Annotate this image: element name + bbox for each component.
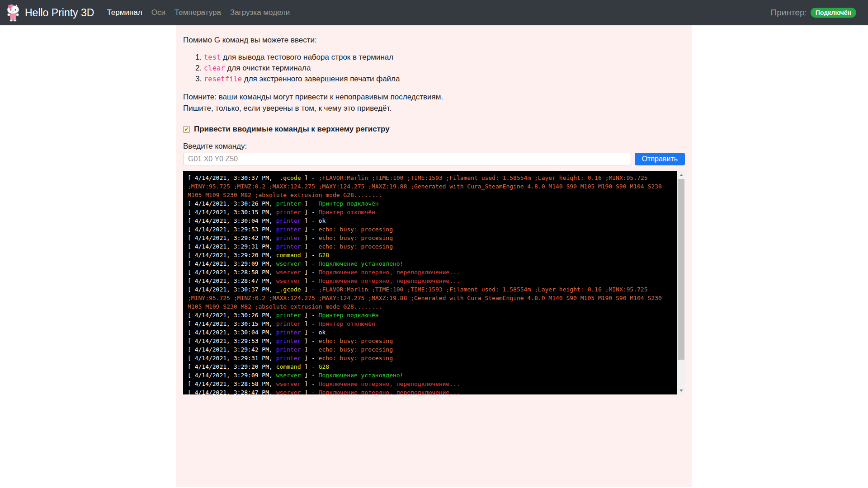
- terminal-line: [ 4/14/2021, 3:30:26 PM, printer ] - При…: [188, 311, 673, 319]
- uppercase-checkbox-row: ✓ Привести вводимые команды к верхнему р…: [183, 125, 685, 134]
- terminal-line: [ 4/14/2021, 3:29:53 PM, printer ] - ech…: [188, 337, 673, 345]
- terminal-line: [ 4/14/2021, 3:29:31 PM, printer ] - ech…: [188, 242, 673, 251]
- terminal-line: [ 4/14/2021, 3:28:47 PM, wserver ] - Под…: [188, 388, 673, 394]
- hello-kitty-icon: [5, 4, 21, 22]
- terminal-log[interactable]: [ 4/14/2021, 3:30:37 PM, _.gcode ] - ;FL…: [183, 171, 677, 394]
- command-form: Отправить: [183, 153, 685, 165]
- uppercase-checkbox-label[interactable]: Привести вводимые команды к верхнему рег…: [194, 125, 390, 134]
- uppercase-checkbox[interactable]: ✓: [183, 126, 190, 133]
- terminal: [ 4/14/2021, 3:30:37 PM, _.gcode ] - ;FL…: [183, 171, 685, 394]
- send-button[interactable]: Отправить: [635, 153, 685, 165]
- command-input-label: Введите команду:: [183, 142, 685, 151]
- printer-status-badge: Подключён: [811, 8, 856, 18]
- warning-line-2: Пишите, только, если уверены в том, к че…: [183, 103, 685, 114]
- printer-status-label: Принтер:: [771, 8, 807, 18]
- terminal-scrollbar[interactable]: [677, 171, 685, 394]
- brand-title: Hello Printy 3D: [25, 7, 94, 19]
- command-input[interactable]: [183, 153, 631, 165]
- nav-links: ТерминалОсиТемператураЗагрузка модели: [102, 5, 294, 21]
- terminal-line: [ 4/14/2021, 3:29:42 PM, printer ] - ech…: [188, 345, 673, 354]
- brand-link[interactable]: Hello Printy 3D: [5, 4, 94, 22]
- nav-item-link[interactable]: Температура: [170, 5, 226, 21]
- printer-status: Принтер: Подключён: [771, 8, 856, 18]
- terminal-line: [ 4/14/2021, 3:28:58 PM, wserver ] - Под…: [188, 380, 673, 388]
- terminal-line: [ 4/14/2021, 3:29:09 PM, wserver ] - Под…: [188, 371, 673, 380]
- command-list-item: clear для очистки терминала: [204, 63, 685, 74]
- terminal-line: [ 4/14/2021, 3:30:26 PM, printer ] - При…: [188, 199, 673, 208]
- navbar: Hello Printy 3D ТерминалОсиТемператураЗа…: [0, 0, 868, 25]
- content-panel: Помимо G команд вы можете ввести: test д…: [176, 25, 692, 487]
- terminal-line: [ 4/14/2021, 3:28:58 PM, wserver ] - Под…: [188, 268, 673, 277]
- command-list: test для вывода тестового набора строк в…: [183, 52, 685, 84]
- scrollbar-up-icon[interactable]: [677, 171, 685, 179]
- terminal-line: [ 4/14/2021, 3:29:20 PM, command ] - G28: [188, 251, 673, 259]
- terminal-line: [ 4/14/2021, 3:30:37 PM, _.gcode ] - ;FL…: [188, 285, 673, 311]
- command-list-item: resetfile для экстренного завершения печ…: [204, 74, 685, 84]
- terminal-line: [ 4/14/2021, 3:30:04 PM, printer ] - ok: [188, 216, 673, 225]
- terminal-line: [ 4/14/2021, 3:29:31 PM, printer ] - ech…: [188, 354, 673, 362]
- terminal-line: [ 4/14/2021, 3:30:04 PM, printer ] - ok: [188, 328, 673, 337]
- nav-item-active[interactable]: Терминал: [102, 5, 146, 21]
- terminal-line: [ 4/14/2021, 3:29:53 PM, printer ] - ech…: [188, 225, 673, 234]
- warning-line-1: Помните: ваши команды могут привести к н…: [183, 92, 685, 103]
- nav-item-link[interactable]: Загрузка модели: [226, 5, 294, 21]
- terminal-line: [ 4/14/2021, 3:30:37 PM, _.gcode ] - ;FL…: [188, 174, 673, 199]
- terminal-line: [ 4/14/2021, 3:28:47 PM, wserver ] - Под…: [188, 277, 673, 285]
- scrollbar-thumb[interactable]: [678, 179, 684, 360]
- terminal-line: [ 4/14/2021, 3:29:42 PM, printer ] - ech…: [188, 234, 673, 242]
- nav-item-link[interactable]: Оси: [147, 5, 170, 21]
- command-list-item: test для вывода тестового набора строк в…: [204, 52, 685, 63]
- terminal-line: [ 4/14/2021, 3:29:20 PM, command ] - G28: [188, 362, 673, 371]
- scrollbar-down-icon[interactable]: [677, 387, 685, 394]
- intro-text: Помимо G команд вы можете ввести:: [183, 35, 685, 45]
- terminal-line: [ 4/14/2021, 3:29:09 PM, wserver ] - Под…: [188, 259, 673, 268]
- terminal-line: [ 4/14/2021, 3:30:15 PM, printer ] - При…: [188, 319, 673, 328]
- terminal-line: [ 4/14/2021, 3:30:15 PM, printer ] - При…: [188, 208, 673, 216]
